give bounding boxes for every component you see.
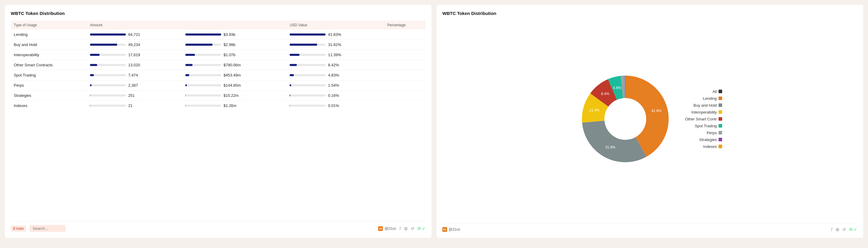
chart-panel-title: WBTC Token Distribution [442, 11, 857, 16]
cell-type: Lending [11, 30, 87, 40]
legend-label: Interoperability [691, 110, 717, 115]
donut-chart: 41.8%31.8%11.4%8.4%4.8% [578, 71, 673, 167]
cell-amount: 2,387 [87, 81, 182, 91]
cell-usd: $453.49m [182, 70, 287, 81]
cell-amount: 13,020 [87, 60, 182, 70]
chart-footer-actions: 21 @21co [442, 227, 460, 232]
time-badge-left: 3h ✓ [417, 226, 426, 231]
cell-amount: 7,474 [87, 70, 182, 81]
legend-item: All [685, 89, 722, 94]
cell-type: Interoperability [11, 50, 87, 60]
legend-item: Other Smart Contr [685, 117, 722, 121]
legend-dot [718, 117, 722, 121]
distribution-table: Type of Usage Amount USD Value Percentag… [11, 21, 426, 111]
cell-usd: $15.22m [182, 91, 287, 101]
time-badge-right: 3h ✓ [849, 227, 857, 232]
cell-type: Spot Trading [11, 70, 87, 81]
cell-pct: 0.16% [287, 91, 384, 101]
legend-label: Buy and Hold [693, 103, 717, 107]
author-icon-right: 21 [442, 227, 447, 232]
legend-label: Lending [703, 96, 717, 101]
copy-icon[interactable]: ⊞ [404, 226, 408, 231]
check-icon-right: ✓ [854, 227, 857, 232]
table-panel: WBTC Token Distribution Type of Usage Am… [5, 5, 432, 238]
legend-dot [718, 110, 722, 114]
table-row: Spot Trading 7,474 $453.49m 4.83% [11, 70, 426, 81]
legend-dot [718, 124, 722, 128]
cell-pct: 1.54% [287, 81, 384, 91]
chart-copy-icon[interactable]: ⊞ [836, 227, 839, 232]
cell-usd: $1.07b [182, 50, 287, 60]
legend-label: Perps [707, 131, 717, 135]
legend-item: Buy and Hold [685, 103, 722, 107]
cell-pct: 4.83% [287, 70, 384, 81]
legend-item: Lending [685, 96, 722, 101]
cell-usd: $1.26m [182, 101, 287, 111]
table-row: Perps 2,387 $144.85m 1.54% [11, 81, 426, 91]
rows-badge: 8 rows [11, 225, 26, 231]
cell-amount: 64,721 [87, 30, 182, 40]
legend-dot [718, 96, 722, 100]
col-type: Type of Usage [11, 21, 87, 30]
slice-label: 4.8% [613, 86, 621, 90]
footer-actions: 21 @21co ⤴ ⊞ ↺ 3h ✓ [378, 226, 426, 231]
legend-dot [718, 103, 722, 107]
col-amount: Amount [87, 21, 287, 30]
cell-amount: 49,234 [87, 40, 182, 50]
donut-center-hole [609, 102, 642, 135]
legend-label: Spot Trading [695, 124, 717, 128]
cell-pct: 41.83% [287, 30, 384, 40]
legend-label: Other Smart Contr [685, 117, 717, 121]
table-container: Type of Usage Amount USD Value Percentag… [11, 21, 426, 215]
share-icon[interactable]: ⤴ [399, 226, 401, 231]
chart-panel: WBTC Token Distribution 41.8%31.8%11.4%8… [436, 5, 863, 238]
legend-item: Interoperability [685, 110, 722, 115]
col-pct: Percentage [384, 21, 426, 30]
check-icon-left: ✓ [422, 226, 426, 231]
chart-share-icon[interactable]: ⤴ [831, 227, 833, 232]
cell-amount: 251 [87, 91, 182, 101]
table-row: Interoperability 17,619 $1.07b 11.39% [11, 50, 426, 60]
legend-dot [718, 145, 722, 148]
undo-icon[interactable]: ↺ [411, 226, 414, 231]
cell-type: Strategies [11, 91, 87, 101]
search-input[interactable] [30, 225, 65, 232]
author-right: 21 @21co [442, 227, 460, 232]
cell-usd: $3.93b [182, 30, 287, 40]
legend-dot [718, 131, 722, 134]
table-panel-title: WBTC Token Distribution [11, 11, 426, 16]
cell-type: Indexes [11, 101, 87, 111]
chart-legend: All Lending Buy and Hold Interoperabilit… [685, 89, 722, 149]
legend-label: All [713, 89, 717, 94]
cell-usd: $790.06m [182, 60, 287, 70]
table-header-row: Type of Usage Amount USD Value Percentag… [11, 21, 426, 30]
cell-usd: $144.85m [182, 81, 287, 91]
table-row: Other Smart Contracts 13,020 $790.06m 8.… [11, 60, 426, 70]
chart-footer: 21 @21co ⤴ ⊞ ↺ 3h ✓ [442, 223, 857, 232]
cell-amount: 21 [87, 101, 182, 111]
chart-undo-icon[interactable]: ↺ [842, 227, 846, 232]
legend-item: Perps [685, 131, 722, 135]
author-icon-left: 21 [378, 226, 383, 231]
cell-pct: 0.01% [287, 101, 384, 111]
slice-label: 8.4% [601, 92, 610, 96]
table-footer: 8 rows 21 @21co ⤴ ⊞ ↺ 3h ✓ [11, 221, 426, 232]
slice-label: 11.4% [589, 108, 599, 112]
legend-dot [718, 90, 722, 93]
col-usd: USD Value [287, 21, 384, 30]
chart-area: 41.8%31.8%11.4%8.4%4.8% All Lending Buy … [442, 21, 857, 217]
legend-item: Indexes [685, 144, 722, 149]
cell-type: Other Smart Contracts [11, 60, 87, 70]
legend-item: Strategies [685, 137, 722, 142]
slice-label: 41.8% [651, 109, 661, 113]
table-row: Lending 64,721 $3.93b 41.83% [11, 30, 426, 40]
cell-pct: 8.42% [287, 60, 384, 70]
cell-type: Perps [11, 81, 87, 91]
cell-amount: 17,619 [87, 50, 182, 60]
legend-item: Spot Trading [685, 124, 722, 128]
table-row: Strategies 251 $15.22m 0.16% [11, 91, 426, 101]
legend-dot [718, 138, 722, 141]
author-left: 21 @21co [378, 226, 396, 231]
chart-footer-icons: ⤴ ⊞ ↺ 3h ✓ [831, 227, 857, 232]
legend-label: Strategies [700, 137, 717, 142]
